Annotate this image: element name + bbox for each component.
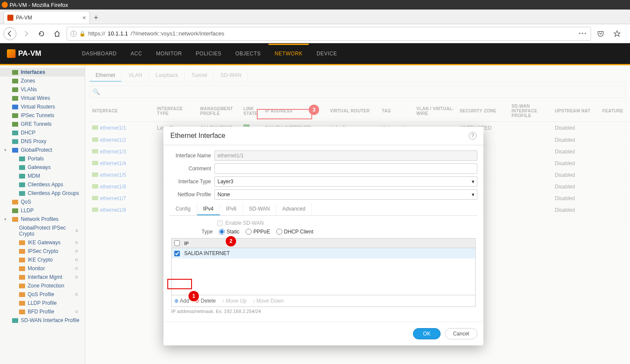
- ike-gateways-icon: [19, 240, 25, 245]
- interfaces-icon: [12, 70, 18, 75]
- select-all-checkbox[interactable]: [174, 240, 180, 246]
- back-button[interactable]: [3, 27, 16, 40]
- mdm-icon: [19, 174, 25, 179]
- type-label: Type: [201, 229, 213, 235]
- sidebar-item-dns-proxy[interactable]: DNS Proxy: [0, 137, 85, 146]
- browser-tab[interactable]: PA-VM ×: [3, 11, 90, 24]
- sidebar-item-gateways[interactable]: Gateways: [0, 163, 85, 172]
- nav-network[interactable]: NETWORK: [269, 44, 309, 64]
- sidebar-item-dhcp[interactable]: DHCP: [0, 128, 85, 137]
- sidebar-item-lldp-profile[interactable]: LLDP Profile: [0, 299, 85, 307]
- virtual-routers-icon: [12, 105, 18, 109]
- iface-name-input: [214, 150, 477, 161]
- reload-button[interactable]: [35, 28, 48, 40]
- move-down-button[interactable]: ↓Move Down: [253, 298, 284, 304]
- sidebar-item-interface-mgmt[interactable]: Interface Mgmt: [0, 273, 85, 281]
- brand-text: PA-VM: [18, 49, 42, 58]
- ip-column-header: IP: [184, 241, 189, 246]
- app-logo: PA-VM: [7, 49, 42, 58]
- mtab-advanced[interactable]: Advanced: [276, 203, 312, 215]
- sidebar-item-portals[interactable]: Portals: [0, 154, 85, 163]
- sidebar-item-network-profiles[interactable]: ▾Network Profiles: [0, 215, 85, 224]
- sidebar-item-gp-ipsec-crypto[interactable]: GlobalProtect IPSec Crypto: [0, 224, 85, 238]
- sidebar-item-ipsec-tunnels[interactable]: IPSec Tunnels: [0, 111, 85, 120]
- sidebar-item-sdwan-interface-profile[interactable]: SD-WAN Interface Profile: [0, 316, 85, 325]
- sidebar-item-mdm[interactable]: MDM: [0, 172, 85, 180]
- sidebar-item-globalprotect[interactable]: ▾GlobalProtect: [0, 146, 85, 154]
- sidebar-item-lldp[interactable]: LLDP: [0, 206, 85, 215]
- new-tab-button[interactable]: +: [90, 12, 102, 24]
- plus-circle-icon: ⊕: [174, 298, 179, 304]
- netflow-select[interactable]: None▾: [214, 189, 477, 200]
- nav-device[interactable]: DEVICE: [310, 44, 343, 64]
- sidebar-item-vlans[interactable]: VLANs: [0, 85, 85, 94]
- ip-row[interactable]: SALIDA INTERNET: [172, 248, 475, 259]
- sidebar-item-monitor[interactable]: Monitor: [0, 264, 85, 273]
- sidebar-item-qos[interactable]: QoS: [0, 198, 85, 206]
- ip-row-checkbox[interactable]: [174, 251, 180, 256]
- sidebar-item-zone-protection[interactable]: Zone Protection: [0, 281, 85, 290]
- radio-static[interactable]: Static: [219, 229, 240, 235]
- iface-type-select[interactable]: Layer3▾: [214, 176, 477, 187]
- delete-button[interactable]: ⊖Delete: [195, 298, 216, 304]
- home-button[interactable]: [51, 28, 63, 40]
- sidebar-item-ike-gateways[interactable]: IKE Gateways: [0, 238, 85, 247]
- dialog-inner-tabs: Config IPv4 IPv6 SD-WAN Advanced: [169, 203, 477, 216]
- sidebar-item-interfaces[interactable]: Interfaces: [0, 68, 85, 77]
- sidebar-item-qos-profile[interactable]: QoS Profile: [0, 290, 85, 299]
- mtab-config[interactable]: Config: [169, 203, 197, 215]
- address-bar[interactable]: i 🔒 https://10.1.1.1/?#network::vsys1::n…: [67, 27, 591, 41]
- pppoe-radio[interactable]: [246, 229, 252, 235]
- zones-icon: [12, 79, 18, 83]
- help-icon[interactable]: ?: [469, 132, 476, 140]
- network-profiles-icon: [12, 217, 18, 222]
- sidebar-item-clientless-apps[interactable]: Clientless Apps: [0, 180, 85, 189]
- radio-dhcp-client[interactable]: DHCP Client: [276, 229, 313, 235]
- comment-input[interactable]: [214, 163, 477, 174]
- page-actions-icon[interactable]: •••: [579, 30, 587, 37]
- cancel-button[interactable]: Cancel: [445, 328, 477, 339]
- close-tab-icon[interactable]: ×: [83, 14, 86, 21]
- enable-sdwan-checkbox: [217, 220, 223, 226]
- app-nav: DASHBOARD ACC MONITOR POLICIES OBJECTS N…: [76, 44, 343, 64]
- mtab-sdwan[interactable]: SD-WAN: [243, 203, 276, 215]
- app-header: PA-VM DASHBOARD ACC MONITOR POLICIES OBJ…: [0, 43, 630, 64]
- comment-label: Comment: [169, 166, 211, 172]
- pocket-icon[interactable]: [595, 28, 607, 40]
- sidebar-item-gre-tunnels[interactable]: GRE Tunnels: [0, 120, 85, 128]
- add-button[interactable]: ⊕Add: [174, 298, 189, 304]
- move-up-button[interactable]: ↑Move Up: [222, 298, 246, 304]
- ike-crypto-icon: [19, 258, 25, 262]
- arrow-up-icon: ↑: [222, 298, 224, 304]
- nav-policies[interactable]: POLICIES: [190, 44, 227, 64]
- radio-pppoe[interactable]: PPPoE: [246, 229, 270, 235]
- mtab-ipv4[interactable]: IPv4: [197, 203, 220, 215]
- sidebar: Interfaces Zones VLANs Virtual Wires Vir…: [0, 65, 85, 364]
- interface-mgmt-icon: [19, 275, 25, 280]
- annotation-badge-2: 2: [226, 236, 236, 246]
- sidebar-item-ike-crypto[interactable]: IKE Crypto: [0, 255, 85, 264]
- ok-button[interactable]: OK: [413, 328, 440, 339]
- sidebar-item-clientless-app-groups[interactable]: Clientless App Groups: [0, 189, 85, 198]
- logo-mark-icon: [7, 49, 16, 58]
- ipsec-crypto-icon: [19, 249, 25, 254]
- static-radio[interactable]: [219, 229, 225, 235]
- sidebar-item-ipsec-crypto[interactable]: IPSec Crypto: [0, 247, 85, 255]
- sidebar-item-virtual-wires[interactable]: Virtual Wires: [0, 94, 85, 102]
- sidebar-item-bfd-profile[interactable]: BFD Profile: [0, 307, 85, 316]
- nav-monitor[interactable]: MONITOR: [150, 44, 188, 64]
- nav-objects[interactable]: OBJECTS: [229, 44, 267, 64]
- url-path: /?#network::vsys1::network/interfaces: [131, 30, 224, 37]
- site-info-icon[interactable]: i: [70, 31, 77, 37]
- gre-tunnels-icon: [12, 122, 18, 127]
- mtab-ipv6[interactable]: IPv6: [220, 203, 243, 215]
- nav-dashboard[interactable]: DASHBOARD: [76, 44, 123, 64]
- forward-button[interactable]: [20, 28, 32, 40]
- nav-acc[interactable]: ACC: [125, 44, 148, 64]
- netflow-label: Netflow Profile: [169, 192, 211, 198]
- bookmark-star-icon[interactable]: [611, 28, 623, 40]
- iface-type-label: Interface Type: [169, 179, 211, 185]
- sidebar-item-virtual-routers[interactable]: Virtual Routers: [0, 102, 85, 111]
- sidebar-item-zones[interactable]: Zones: [0, 77, 85, 85]
- dhcp-client-radio[interactable]: [276, 229, 282, 235]
